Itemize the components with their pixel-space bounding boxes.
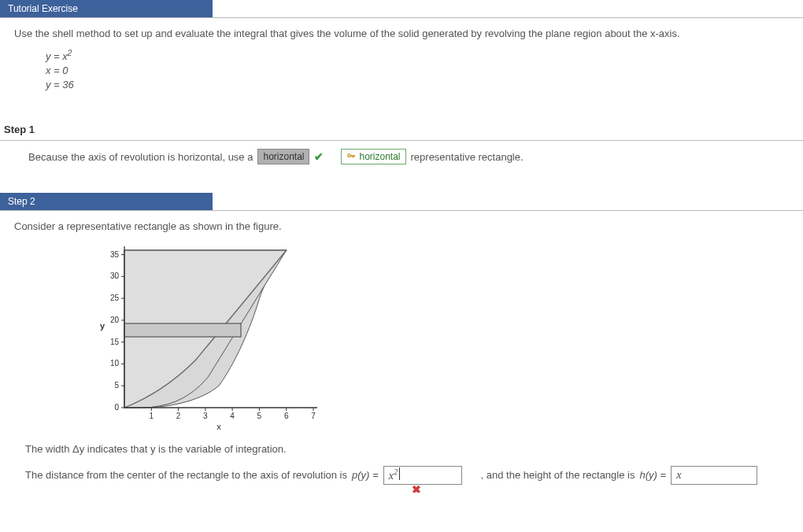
svg-text:5: 5	[257, 412, 262, 420]
svg-text:6: 6	[284, 412, 289, 420]
x-label: x	[216, 422, 221, 431]
x-ticks: 1 2 3 4 5 6 7	[150, 408, 316, 420]
wrong-icon: ✖	[412, 483, 421, 493]
y-label: y	[100, 321, 105, 331]
y-ticks: 0 5 10 15 20 25 30 35	[110, 250, 124, 412]
step2-text: Consider a representative rectangle as s…	[14, 219, 789, 235]
svg-text:2: 2	[176, 412, 181, 420]
equation-3: y = 36	[46, 78, 789, 92]
svg-text:0: 0	[114, 403, 119, 412]
answer-row: The distance from the center of the rect…	[25, 466, 789, 485]
exercise-prompt: Use the shell method to set up and evalu…	[14, 26, 789, 92]
hy-label: h(y) =	[639, 469, 666, 481]
step-1-label: Step 1	[4, 124, 799, 135]
chart-content: 1 2 3 4 5 6 7 0 5 10 15 20 25 30	[100, 246, 317, 431]
key-icon	[346, 152, 356, 161]
equations-block: y = x2 x = 0 y = 36	[46, 48, 789, 93]
answer-text-a: The distance from the center of the rect…	[25, 469, 347, 481]
svg-text:35: 35	[110, 250, 120, 259]
step1-text-a: Because the axis of revolution is horizo…	[28, 151, 253, 163]
tutorial-banner: Tutorial Exercise	[0, 0, 213, 17]
step-1-row: Because the axis of revolution is horizo…	[28, 149, 789, 164]
answer-previous: horizontal	[257, 149, 309, 164]
svg-text:3: 3	[203, 412, 208, 420]
width-dy-text: The width Δy indicates that y is the var…	[25, 443, 789, 455]
svg-text:20: 20	[110, 316, 120, 324]
check-icon: ✔	[314, 150, 324, 163]
step1-text-b: representative rectangle.	[411, 151, 524, 163]
svg-text:1: 1	[150, 412, 154, 420]
svg-text:7: 7	[311, 412, 316, 420]
hy-input[interactable]: x	[671, 466, 757, 485]
py-input[interactable]: x2	[383, 466, 462, 485]
representative-rectangle	[124, 323, 241, 337]
svg-text:25: 25	[110, 294, 120, 302]
svg-text:10: 10	[110, 359, 120, 368]
step-2-banner: Step 2	[0, 193, 213, 210]
equation-2: x = 0	[46, 64, 789, 78]
svg-text:4: 4	[230, 412, 235, 420]
chart-svg: 1 2 3 4 5 6 7 0 5 10 15 20 25 30	[93, 242, 321, 431]
svg-text:15: 15	[110, 338, 120, 346]
py-label: p(y) =	[352, 469, 379, 481]
equation-1: y = x2	[46, 48, 789, 65]
svg-text:30: 30	[110, 272, 120, 280]
answer-text-b: , and the height of the rectangle is	[481, 469, 635, 481]
svg-text:5: 5	[114, 381, 119, 390]
figure: 1 2 3 4 5 6 7 0 5 10 15 20 25 30	[93, 242, 789, 434]
correct-answer-box: horizontal	[341, 149, 405, 164]
